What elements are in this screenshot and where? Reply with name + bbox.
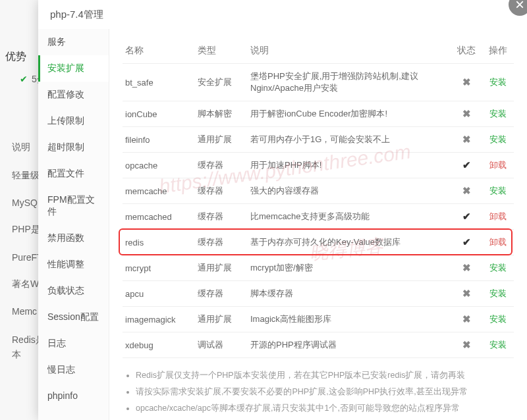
sidebar-item-2[interactable]: 配置修改: [38, 82, 109, 108]
install-button[interactable]: 安装: [489, 263, 507, 273]
table-row: memcache缓存器强大的内容缓存器✖安装: [123, 178, 514, 204]
bg-label-5: 著名W: [12, 278, 39, 290]
th-status: 状态: [451, 38, 482, 64]
cell-name: bt_safe: [123, 64, 195, 101]
cell-desc: 堡塔PHP安全扩展,用于增强防跨站机制,建议Nginx/Apache用户安装: [248, 64, 451, 101]
x-icon: ✖: [462, 76, 471, 88]
sidebar-item-5[interactable]: 配置文件: [38, 161, 109, 187]
close-icon[interactable]: ×: [509, 0, 527, 16]
cell-type: 脚本解密: [195, 101, 248, 127]
install-button[interactable]: 安装: [489, 77, 507, 87]
table-header-row: 名称 类型 说明 状态 操作: [123, 38, 514, 64]
sidebar-item-11[interactable]: 日志: [38, 330, 109, 357]
cell-type: 缓存器: [195, 281, 248, 307]
sidebar-item-12[interactable]: 慢日志: [38, 357, 109, 383]
sidebar-item-0[interactable]: 服务: [38, 29, 109, 55]
cell-type: 通用扩展: [195, 127, 248, 153]
x-icon: ✖: [462, 262, 471, 273]
sidebar-item-6[interactable]: FPM配置文件: [38, 187, 109, 225]
cell-name: ionCube: [123, 101, 195, 127]
x-icon: ✖: [462, 288, 471, 299]
table-row: bt_safe安全扩展堡塔PHP安全扩展,用于增强防跨站机制,建议Nginx/A…: [123, 64, 514, 101]
cell-name: memcached: [123, 204, 195, 230]
check-icon: ✔: [462, 211, 471, 222]
x-icon: ✖: [462, 313, 471, 325]
table-row: apcu缓存器脚本缓存器✖安装: [123, 281, 514, 307]
install-button[interactable]: 安装: [489, 186, 507, 196]
sidebar-item-10[interactable]: Session配置: [38, 304, 109, 330]
cell-type: 通用扩展: [195, 255, 248, 281]
table-row: opcache缓存器用于加速PHP脚本!✔卸载: [123, 153, 514, 178]
bg-heading: 优势: [5, 50, 26, 64]
sidebar-item-7[interactable]: 禁用函数: [38, 225, 109, 251]
table-row: redis缓存器基于内存亦可持久化的Key-Value数据库✔卸载: [123, 230, 514, 255]
table-row: imagemagick通用扩展Imagick高性能图形库✖安装: [123, 307, 514, 332]
extensions-table: 名称 类型 说明 状态 操作 bt_safe安全扩展堡塔PHP安全扩展,用于增强…: [123, 38, 514, 358]
th-type: 类型: [195, 38, 248, 64]
install-button[interactable]: 安装: [489, 288, 507, 298]
note-item: 请按实际需求安装扩展,不要安装不必要的PHP扩展,这会影响PHP执行效率,甚至出…: [136, 385, 514, 398]
sidebar-item-4[interactable]: 超时限制: [38, 134, 109, 161]
bg-label-3: PHP是: [12, 224, 40, 236]
modal-header: php-7.4管理 ×: [38, 0, 527, 29]
install-button[interactable]: 安装: [489, 134, 507, 144]
x-icon: ✖: [462, 108, 471, 119]
cell-type: 调试器: [195, 332, 248, 358]
cell-name: imagemagick: [123, 307, 195, 332]
bg-label-8: 本: [12, 349, 21, 361]
cell-name: opcache: [123, 153, 195, 178]
cell-desc: 若可用内存小于1G，可能会安装不上: [248, 127, 451, 153]
cell-desc: 用于解密ionCube Encoder加密脚本!: [248, 101, 451, 127]
cell-name: redis: [123, 230, 195, 255]
th-name: 名称: [123, 38, 195, 64]
cell-desc: Imagick高性能图形库: [248, 307, 451, 332]
cell-type: 缓存器: [195, 178, 248, 204]
x-icon: ✖: [462, 339, 471, 350]
uninstall-button[interactable]: 卸载: [489, 160, 507, 170]
install-button[interactable]: 安装: [489, 340, 507, 350]
uninstall-button[interactable]: 卸载: [489, 211, 507, 221]
table-row: fileinfo通用扩展若可用内存小于1G，可能会安装不上✖安装: [123, 127, 514, 153]
uninstall-button[interactable]: 卸载: [489, 237, 507, 247]
install-button[interactable]: 安装: [489, 109, 507, 118]
sidebar-item-13[interactable]: phpinfo: [38, 383, 109, 408]
th-desc: 说明: [248, 38, 451, 64]
note-item: opcache/xcache/apc等脚本缓存扩展,请只安装其中1个,否则可能导…: [136, 402, 514, 415]
table-row: mcrypt通用扩展mcrypt加密/解密✖安装: [123, 255, 514, 281]
cell-type: 通用扩展: [195, 307, 248, 332]
cell-type: 安全扩展: [195, 64, 248, 101]
sidebar-item-3[interactable]: 上传限制: [38, 108, 109, 134]
cell-desc: 基于内存亦可持久化的Key-Value数据库: [248, 230, 451, 255]
x-icon: ✖: [462, 134, 471, 145]
modal-body: 服务安装扩展配置修改上传限制超时限制配置文件FPM配置文件禁用函数性能调整负载状…: [38, 29, 527, 420]
cell-name: fileinfo: [123, 127, 195, 153]
sidebar: 服务安装扩展配置修改上传限制超时限制配置文件FPM配置文件禁用函数性能调整负载状…: [38, 29, 109, 420]
bg-label-6: Memc: [12, 306, 37, 317]
cell-name: memcache: [123, 178, 195, 204]
cell-name: apcu: [123, 281, 195, 307]
table-row: ionCube脚本解密用于解密ionCube Encoder加密脚本!✖安装: [123, 101, 514, 127]
cell-type: 缓存器: [195, 230, 248, 255]
cell-desc: 开源的PHP程序调试器: [248, 332, 451, 358]
cell-desc: 脚本缓存器: [248, 281, 451, 307]
sidebar-item-8[interactable]: 性能调整: [38, 251, 109, 278]
th-action: 操作: [482, 38, 514, 64]
cell-desc: 比memcache支持更多高级功能: [248, 204, 451, 230]
php-manage-modal: php-7.4管理 × 服务安装扩展配置修改上传限制超时限制配置文件FPM配置文…: [38, 0, 527, 420]
cell-name: xdebug: [123, 332, 195, 358]
notes: Redis扩展仅支持一个PHP版本安装使用，若在其它PHP版本已安装redis扩…: [123, 369, 514, 415]
cell-name: mcrypt: [123, 255, 195, 281]
cell-type: 缓存器: [195, 204, 248, 230]
sidebar-item-9[interactable]: 负载状态: [38, 278, 109, 304]
modal-title: php-7.4管理: [50, 9, 103, 21]
install-button[interactable]: 安装: [489, 314, 507, 324]
bg-label-1: 轻量级: [12, 170, 40, 182]
check-icon: ✔: [462, 236, 471, 248]
cell-type: 缓存器: [195, 153, 248, 178]
cell-desc: 强大的内容缓存器: [248, 178, 451, 204]
sidebar-item-1[interactable]: 安装扩展: [38, 55, 109, 82]
table-row: memcached缓存器比memcache支持更多高级功能✔卸载: [123, 204, 514, 230]
cell-desc: 用于加速PHP脚本!: [248, 153, 451, 178]
note-item: Redis扩展仅支持一个PHP版本安装使用，若在其它PHP版本已安装redis扩…: [136, 369, 514, 382]
check-icon: ✔: [462, 159, 471, 171]
